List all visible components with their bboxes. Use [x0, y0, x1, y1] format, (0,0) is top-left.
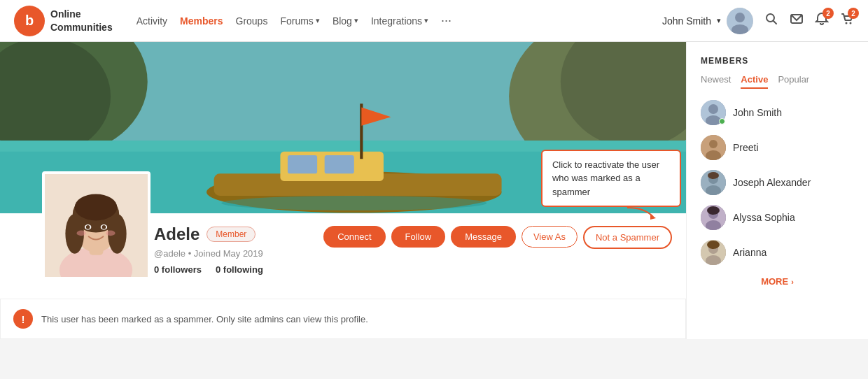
- navbar-right: John Smith ▾ 2 2: [662, 8, 854, 34]
- follow-button[interactable]: Follow: [391, 226, 446, 248]
- member-name-joseph: Joseph Alexander: [733, 177, 811, 188]
- spammer-notice-text: This user has been marked as a spammer. …: [41, 314, 368, 324]
- navbar: b Online Communities Activity Members Gr…: [0, 0, 868, 42]
- member-avatar-john: [701, 100, 726, 125]
- more-chevron-icon: ›: [791, 278, 794, 286]
- svg-point-34: [102, 225, 106, 229]
- svg-point-42: [709, 140, 718, 148]
- member-item-joseph[interactable]: Joseph Alexander: [701, 170, 854, 195]
- cover-wrap: Adele Member @adele • Joined May 2019 0 …: [0, 42, 686, 339]
- svg-marker-37: [650, 214, 656, 220]
- member-name-alyssa: Alyssa Sophia: [733, 212, 795, 223]
- tab-newest[interactable]: Newest: [701, 74, 731, 89]
- member-avatar-img-arianna: [701, 240, 726, 265]
- tab-popular[interactable]: Popular: [778, 74, 809, 89]
- callout-arrow-icon: [624, 204, 659, 220]
- member-avatar-arianna: [701, 240, 726, 265]
- svg-point-6: [846, 22, 848, 24]
- profile-avatar-wrap: [42, 171, 150, 280]
- profile-actions: Connect Follow Message View As Click to …: [323, 226, 672, 249]
- brand-name: Online Communities: [50, 8, 113, 33]
- tab-active[interactable]: Active: [741, 74, 768, 89]
- online-indicator-john: [719, 118, 725, 124]
- profile-stats: 0 followers 0 following: [154, 264, 312, 275]
- svg-rect-18: [288, 155, 317, 173]
- profile-name: Adele: [154, 224, 200, 244]
- followers-stat: 0 followers: [154, 264, 202, 275]
- profile-name-row: Adele Member: [154, 224, 312, 244]
- nav-members[interactable]: Members: [180, 15, 223, 27]
- forums-chevron-icon: ▾: [316, 16, 320, 25]
- svg-point-55: [707, 241, 720, 249]
- spammer-notice: ! This user has been marked as a spammer…: [0, 299, 686, 339]
- svg-point-35: [77, 231, 86, 236]
- svg-point-39: [708, 104, 718, 114]
- svg-line-4: [774, 21, 777, 24]
- svg-point-33: [86, 225, 90, 229]
- nav-integrations[interactable]: Integrations ▾: [371, 15, 428, 27]
- svg-point-7: [850, 22, 852, 24]
- main-content: Adele Member @adele • Joined May 2019 0 …: [0, 42, 686, 339]
- svg-point-1: [735, 13, 745, 22]
- notifications-button[interactable]: 2: [815, 12, 829, 29]
- following-stat: 0 following: [216, 264, 263, 275]
- cart-button[interactable]: 2: [840, 12, 854, 29]
- connect-button[interactable]: Connect: [323, 226, 385, 248]
- profile-avatar-image: [45, 174, 148, 277]
- view-as-button[interactable]: View As: [522, 226, 578, 248]
- svg-point-36: [106, 231, 115, 236]
- member-list: John Smith Preeti Joseph Alexander: [701, 100, 854, 265]
- nav-blog[interactable]: Blog ▾: [332, 15, 358, 27]
- member-name-john: John Smith: [733, 107, 782, 118]
- messages-button[interactable]: [790, 12, 804, 29]
- not-spammer-wrap: Click to reactivate the user who was mar…: [583, 226, 672, 249]
- member-avatar-preeti: [701, 135, 726, 160]
- sidebar: MEMBERS Newest Active Popular John Smith: [686, 42, 868, 339]
- sidebar-tabs: Newest Active Popular: [701, 74, 854, 89]
- profile-avatar-svg: [45, 171, 148, 280]
- member-item-arianna[interactable]: Arianna: [701, 240, 854, 265]
- brand-logo-icon: b: [14, 6, 45, 36]
- cart-badge: 2: [848, 8, 859, 19]
- member-name-arianna: Arianna: [733, 247, 766, 258]
- member-name-preeti: Preeti: [733, 142, 759, 153]
- member-item-john[interactable]: John Smith: [701, 100, 854, 125]
- nav-forums[interactable]: Forums ▾: [280, 15, 319, 27]
- user-menu[interactable]: John Smith ▾: [662, 8, 753, 34]
- user-avatar-nav: [727, 8, 753, 34]
- svg-point-30: [75, 194, 118, 220]
- svg-point-47: [708, 172, 719, 179]
- profile-details: Adele Member @adele • Joined May 2019 0 …: [154, 224, 312, 275]
- user-avatar-svg: [727, 8, 753, 34]
- member-avatar-joseph: [701, 170, 726, 195]
- svg-rect-19: [325, 155, 354, 173]
- member-avatar-img-joseph: [701, 170, 726, 195]
- nav-links: Activity Members Groups Forums ▾ Blog ▾ …: [136, 13, 451, 28]
- profile-handle: @adele • Joined May 2019: [154, 248, 312, 259]
- member-avatar-img-preeti: [701, 135, 726, 160]
- user-menu-chevron-icon: ▾: [717, 16, 721, 25]
- nav-activity[interactable]: Activity: [136, 15, 167, 27]
- sidebar-more-button[interactable]: MORE ›: [701, 276, 854, 287]
- member-item-preeti[interactable]: Preeti: [701, 135, 854, 160]
- member-badge: Member: [206, 227, 255, 242]
- user-name-display: John Smith: [662, 15, 711, 27]
- page-layout: Adele Member @adele • Joined May 2019 0 …: [0, 42, 868, 339]
- member-item-alyssa[interactable]: Alyssa Sophia: [701, 205, 854, 230]
- svg-point-22: [221, 196, 486, 210]
- profile-info-row: Adele Member @adele • Joined May 2019 0 …: [0, 213, 686, 297]
- member-avatar-img-alyssa: [701, 205, 726, 230]
- not-spammer-button[interactable]: Not a Spammer: [583, 226, 672, 249]
- nav-more-button[interactable]: ···: [441, 13, 451, 28]
- search-button[interactable]: [764, 12, 778, 29]
- brand-logo-link[interactable]: b Online Communities: [14, 6, 113, 36]
- sidebar-title: MEMBERS: [701, 56, 854, 66]
- message-button[interactable]: Message: [451, 226, 516, 248]
- member-avatar-alyssa: [701, 205, 726, 230]
- integrations-chevron-icon: ▾: [424, 16, 428, 25]
- spammer-alert-icon: !: [13, 309, 33, 329]
- nav-groups[interactable]: Groups: [236, 15, 268, 27]
- notifications-badge: 2: [822, 8, 834, 19]
- svg-point-51: [707, 206, 720, 215]
- blog-chevron-icon: ▾: [354, 16, 358, 25]
